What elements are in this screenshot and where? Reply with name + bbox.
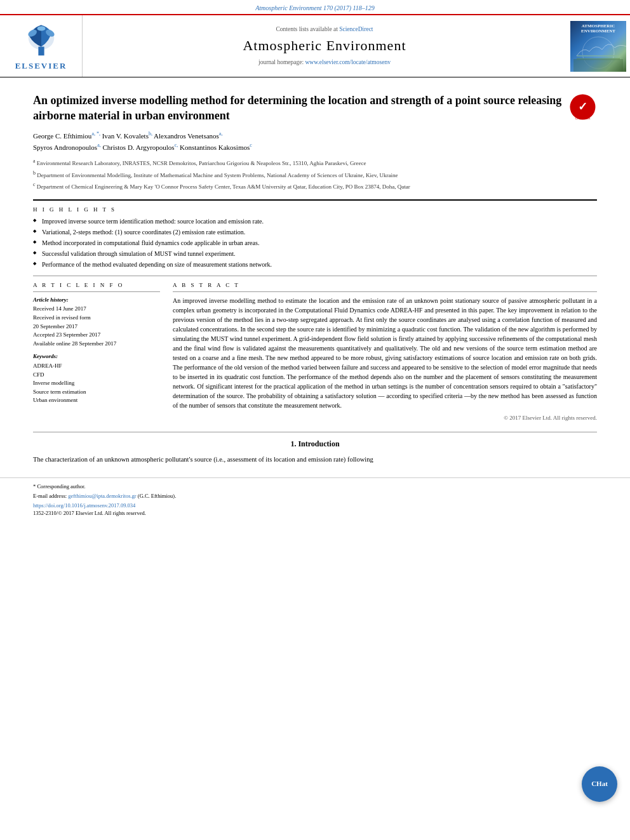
cover-decoration (570, 21, 626, 72)
article-history-label: Article history: (33, 296, 160, 304)
homepage-url[interactable]: www.elsevier.com/locate/atmosenv (305, 59, 390, 65)
highlight-5: Performance of the method evaluated depe… (33, 260, 597, 269)
crossmark-area[interactable]: ✓ CrossMark (568, 93, 597, 124)
intro-number: 1. (290, 439, 296, 448)
introduction-section: 1. Introduction The characterization of … (33, 432, 597, 465)
intro-text: The characterization of an unknown atmos… (33, 455, 597, 465)
abstract-text: An improved inverse modelling method to … (173, 296, 597, 410)
elsevier-tree-icon (19, 20, 64, 58)
intro-title: Introduction (298, 439, 339, 448)
author-5: Christos D. Argyropoulosc, (102, 143, 179, 151)
keyword-5: Urban environment (33, 396, 160, 404)
abstract-label: A B S T R A C T (173, 281, 597, 292)
elsevier-logo-area: ELSEVIER (0, 15, 83, 77)
doi-link[interactable]: https://doi.org/10.1016/j.atmosenv.2017.… (33, 502, 597, 510)
issn-line: 1352-2310/© 2017 Elsevier Ltd. All right… (33, 510, 597, 517)
highlight-1: Improved inverse source term identificat… (33, 217, 597, 226)
article-title-section: An optimized inverse modelling method fo… (33, 93, 597, 124)
highlights-section: H I G H L I G H T S Improved inverse sou… (33, 206, 597, 270)
journal-cover-area: ATMOSPHERICENVIRONMENT (566, 15, 630, 77)
article-info-label: A R T I C L E I N F O (33, 281, 160, 292)
author-3: Alexandros Venetsanosa, (154, 132, 222, 140)
svg-point-4 (37, 26, 45, 30)
intro-header: 1. Introduction (33, 439, 597, 450)
journal-header: ELSEVIER Contents lists available at Sci… (0, 14, 630, 77)
contents-text: Contents lists available at (276, 26, 337, 32)
elsevier-logo: ELSEVIER (15, 20, 67, 72)
keywords-label: Keywords: (33, 352, 160, 361)
elsevier-text: ELSEVIER (15, 60, 67, 72)
main-content: An optimized inverse modelling method fo… (0, 77, 630, 465)
highlight-4: Successful validation through simulation… (33, 250, 597, 258)
highlights-label: H I G H L I G H T S (33, 206, 597, 214)
affiliations: a Environmental Research Laboratory, INR… (33, 157, 597, 192)
revised-date: 20 September 2017 (33, 323, 160, 331)
article-title: An optimized inverse modelling method fo… (33, 93, 568, 124)
copyright-line: © 2017 Elsevier Ltd. All rights reserved… (173, 414, 597, 422)
author-2: Ivan V. Kovaletsb, (102, 132, 154, 140)
received-date: Received 14 June 2017 (33, 305, 160, 313)
affil-3: c Department of Chemical Engineering & M… (33, 181, 597, 192)
keyword-3: Inverse modelling (33, 379, 160, 387)
sciencedirect-link[interactable]: ScienceDirect (339, 26, 373, 32)
email-line: E-mail address: gefthimiou@ipta.demokrit… (33, 493, 597, 500)
keyword-2: CFD (33, 371, 160, 379)
journal-title-area: Contents lists available at ScienceDirec… (83, 15, 566, 77)
svg-rect-8 (573, 59, 623, 72)
journal-cover-image: ATMOSPHERICENVIRONMENT (570, 21, 626, 72)
journal-title: Atmospheric Environment (89, 36, 560, 56)
article-info-col: A R T I C L E I N F O Article history: R… (33, 281, 160, 422)
authors-line: George C. Efthimioua, *, Ivan V. Kovalet… (33, 131, 597, 154)
page: Atmospheric Environment 170 (2017) 118–1… (0, 0, 630, 840)
author-6: Konstantinos Kakosimosc (180, 143, 252, 151)
highlight-3: Method incorporated in computational flu… (33, 239, 597, 248)
homepage-text: journal homepage: (258, 59, 304, 65)
svg-text:✓: ✓ (578, 100, 587, 113)
contents-line: Contents lists available at ScienceDirec… (89, 25, 560, 34)
svg-text:CrossMark: CrossMark (575, 116, 591, 120)
page-footer: * Corresponding author. E-mail address: … (0, 477, 630, 523)
accepted-date: Accepted 23 September 2017 (33, 331, 160, 339)
abstract-col: A B S T R A C T An improved inverse mode… (173, 281, 597, 422)
author-1: George C. Efthimioua, *, (33, 132, 102, 140)
affil-2: b Department of Environmental Modelling,… (33, 170, 597, 180)
divider-1 (33, 199, 597, 201)
corresponding-note: * Corresponding author. (33, 483, 597, 491)
article-info-abstract: A R T I C L E I N F O Article history: R… (33, 281, 597, 422)
affil-1: a Environmental Research Laboratory, INR… (33, 157, 597, 168)
chat-button[interactable]: CHat (582, 766, 617, 802)
highlight-2: Variational, 2-steps method: (1) source … (33, 228, 597, 237)
keyword-1: ADREA-HF (33, 362, 160, 370)
online-date: Available online 28 September 2017 (33, 340, 160, 348)
author-email[interactable]: gefthimiou@ipta.demokritos.gr (68, 493, 136, 499)
revised-label: Received in revised form (33, 314, 160, 322)
homepage-line: journal homepage: www.elsevier.com/locat… (89, 58, 560, 67)
banner-text: Atmospheric Environment 170 (2017) 118–1… (255, 4, 375, 11)
chat-label: CHat (591, 779, 608, 789)
journal-banner: Atmospheric Environment 170 (2017) 118–1… (0, 0, 630, 14)
keyword-4: Source term estimation (33, 388, 160, 396)
author-4: Spyros Andronopoulosa, (33, 143, 102, 151)
divider-2 (33, 276, 597, 276)
crossmark-icon: ✓ CrossMark (568, 93, 597, 121)
